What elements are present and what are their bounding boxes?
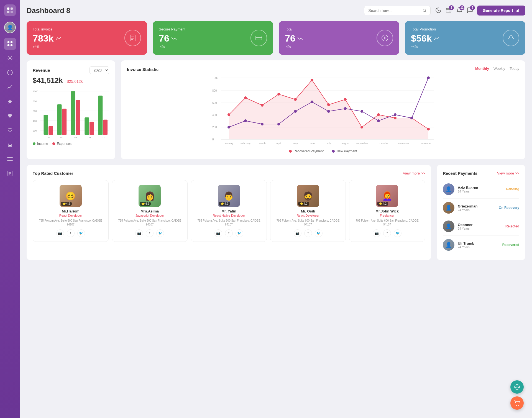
svg-text:600: 600 xyxy=(33,110,37,112)
facebook-icon[interactable]: f xyxy=(67,229,75,237)
customer-address: 795 Folsom Ave, Suite 600 San Francisco,… xyxy=(116,219,184,227)
instagram-icon[interactable]: 📷 xyxy=(135,229,143,237)
svg-point-77 xyxy=(244,96,247,99)
twitter-icon[interactable]: 🐦 xyxy=(394,229,401,237)
customer-address: 795 Folsom Ave, Suite 600 San Francisco,… xyxy=(274,219,342,227)
line-chart-container: 1000 800 600 400 200 0 xyxy=(127,75,519,153)
svg-text:1000: 1000 xyxy=(212,76,219,80)
customer-name: Mr. Osib xyxy=(274,209,342,213)
svg-point-93 xyxy=(294,110,297,113)
customers-view-more[interactable]: View more >> xyxy=(403,171,425,175)
twitter-icon[interactable]: 🐦 xyxy=(236,229,243,237)
svg-rect-51 xyxy=(57,104,62,135)
payments-view-more[interactable]: View more >> xyxy=(497,171,519,175)
customer-avatar: 😊 ⭐ 4.2 xyxy=(60,185,82,207)
stat-icon-circle xyxy=(124,30,141,46)
sidebar-item-favorites[interactable] xyxy=(4,95,16,107)
chat-btn[interactable]: 5 xyxy=(467,7,473,14)
trend-icon xyxy=(298,37,303,40)
svg-point-84 xyxy=(360,126,363,129)
customer-name: Mr.John Wick xyxy=(353,209,421,213)
svg-rect-7 xyxy=(11,44,12,46)
generate-report-button[interactable]: Generate Report xyxy=(477,6,525,16)
sidebar-item-dashboard[interactable] xyxy=(4,38,16,50)
instagram-icon[interactable]: 📷 xyxy=(214,229,222,237)
sidebar-item-settings[interactable] xyxy=(4,52,16,64)
facebook-icon[interactable]: f xyxy=(225,229,233,237)
customer-avatar: 👩 ⭐ 4.2 xyxy=(139,185,161,207)
svg-rect-49 xyxy=(48,126,53,135)
svg-rect-2 xyxy=(7,11,9,13)
sidebar-item-info[interactable] xyxy=(4,66,16,79)
customer-name: Mr. Yatin xyxy=(195,209,263,213)
new-payment-dot xyxy=(332,150,335,153)
income-dot xyxy=(33,142,35,145)
sidebar-item-menu[interactable] xyxy=(4,153,16,165)
customers-grid: 😊 ⭐ 4.2 Mr.Hariom React Developer 795 Fo… xyxy=(33,180,425,242)
customer-role: React Developer xyxy=(36,214,105,217)
tab-monthly[interactable]: Monthly xyxy=(475,66,489,72)
svg-rect-60 xyxy=(98,96,103,135)
sidebar-item-print[interactable] xyxy=(4,139,16,151)
customer-socials: 📷 f 🐦 xyxy=(36,229,105,237)
instagram-icon[interactable]: 📷 xyxy=(56,229,64,237)
search-box[interactable] xyxy=(364,6,431,15)
svg-text:800: 800 xyxy=(212,89,217,92)
payments-card: Recent Payments View more >> 👤 Aziz Bakr… xyxy=(437,165,525,260)
chat-badge: 5 xyxy=(470,5,475,10)
customer-socials: 📷 f 🐦 xyxy=(353,229,421,237)
svg-point-118 xyxy=(518,405,519,406)
twitter-icon[interactable]: 🐦 xyxy=(77,229,85,237)
list-item: 🧔 ⭐ 4.2 Mr. Osib React Developer 795 Fol… xyxy=(270,180,346,242)
stat-change: +4% xyxy=(33,45,61,49)
revenue-header: Revenue 2023 2022 2021 xyxy=(33,66,109,74)
svg-rect-57 xyxy=(85,117,89,135)
customer-role: Javascript Developer xyxy=(116,214,184,217)
chart-icon xyxy=(515,8,520,13)
theme-toggle[interactable] xyxy=(435,7,441,14)
svg-point-82 xyxy=(327,103,330,106)
sidebar-item-wishlist[interactable] xyxy=(4,124,16,136)
customer-address: 795 Folsom Ave, Suite 600 San Francisco,… xyxy=(195,219,263,227)
wallet-btn[interactable]: 2 xyxy=(446,7,452,14)
customers-card: Top Rated Customer View more >> 😊 ⭐ 4.2 … xyxy=(27,165,431,260)
revenue-bar-chart: 1000 800 600 400 200 06 xyxy=(33,88,109,138)
svg-rect-6 xyxy=(7,44,9,46)
search-icon xyxy=(423,8,426,13)
cart-button[interactable] xyxy=(510,396,524,410)
sidebar-item-reports[interactable] xyxy=(4,167,16,179)
avatar[interactable]: 👤 xyxy=(4,22,16,33)
bell-btn[interactable]: 12 xyxy=(456,7,462,14)
svg-rect-29 xyxy=(130,35,135,41)
svg-point-92 xyxy=(277,123,280,125)
payment-info: Oconner 24 Years xyxy=(458,223,502,230)
payment-avatar: 👤 xyxy=(443,202,454,214)
instagram-icon[interactable]: 📷 xyxy=(294,229,301,237)
year-select[interactable]: 2023 2022 2021 xyxy=(89,66,109,74)
header-right: 2 12 5 Generate Report xyxy=(364,6,525,16)
twitter-icon[interactable]: 🐦 xyxy=(156,229,164,237)
svg-point-91 xyxy=(261,123,264,125)
svg-text:December: December xyxy=(420,142,431,145)
instagram-icon[interactable]: 📷 xyxy=(373,229,380,237)
svg-text:November: November xyxy=(398,142,409,145)
legend-expenses: Expenses xyxy=(52,142,71,146)
facebook-icon[interactable]: f xyxy=(383,229,391,237)
tab-today[interactable]: Today xyxy=(510,66,519,72)
search-input[interactable] xyxy=(368,8,420,13)
tab-weekly[interactable]: Weekly xyxy=(493,66,505,72)
facebook-icon[interactable]: f xyxy=(146,229,154,237)
list-item: 👤 Aziz Bakree 24 Years Pending xyxy=(443,180,519,199)
svg-point-101 xyxy=(427,76,430,79)
sidebar-item-analytics[interactable] xyxy=(4,81,16,93)
svg-point-100 xyxy=(410,117,413,119)
twitter-icon[interactable]: 🐦 xyxy=(315,229,323,237)
invoice-statistic-card: Invoice Statistic Monthly Weekly Today 1… xyxy=(121,60,525,159)
moon-icon xyxy=(435,7,441,13)
support-button[interactable] xyxy=(510,380,524,394)
svg-text:September: September xyxy=(356,142,368,145)
facebook-icon[interactable]: f xyxy=(304,229,312,237)
payment-avatar: 👤 xyxy=(443,239,454,251)
sidebar-item-likes[interactable] xyxy=(4,110,16,122)
svg-rect-115 xyxy=(516,387,516,388)
